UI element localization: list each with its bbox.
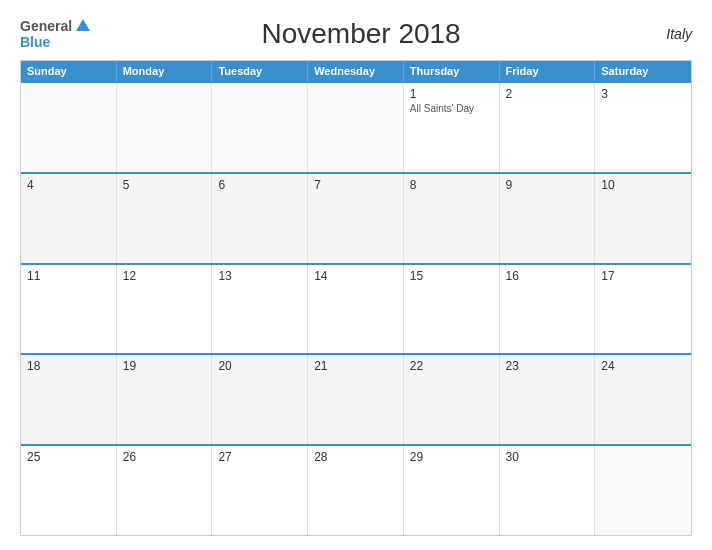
- week-row-2: 45678910: [21, 172, 691, 263]
- logo-blue-text: Blue: [20, 34, 50, 50]
- cal-cell-w1d2: 6: [212, 174, 308, 263]
- cal-cell-w3d0: 18: [21, 355, 117, 444]
- cal-cell-w2d0: 11: [21, 265, 117, 354]
- day-number: 26: [123, 450, 206, 464]
- day-number: 21: [314, 359, 397, 373]
- day-number: 4: [27, 178, 110, 192]
- cal-cell-w4d2: 27: [212, 446, 308, 535]
- cal-cell-w2d5: 16: [500, 265, 596, 354]
- logo-line1: General: [20, 18, 90, 34]
- day-number: 11: [27, 269, 110, 283]
- cal-cell-w3d4: 22: [404, 355, 500, 444]
- week-row-5: 252627282930: [21, 444, 691, 535]
- day-number: 18: [27, 359, 110, 373]
- header-day-tuesday: Tuesday: [212, 61, 308, 81]
- cal-cell-w0d4: 1All Saints' Day: [404, 83, 500, 172]
- day-number: 29: [410, 450, 493, 464]
- cal-cell-w1d0: 4: [21, 174, 117, 263]
- cal-cell-w0d3: [308, 83, 404, 172]
- week-row-4: 18192021222324: [21, 353, 691, 444]
- day-number: 20: [218, 359, 301, 373]
- header-day-sunday: Sunday: [21, 61, 117, 81]
- day-number: 10: [601, 178, 685, 192]
- calendar-header: SundayMondayTuesdayWednesdayThursdayFrid…: [21, 61, 691, 81]
- day-number: 24: [601, 359, 685, 373]
- header-day-wednesday: Wednesday: [308, 61, 404, 81]
- day-number: 22: [410, 359, 493, 373]
- day-number: 5: [123, 178, 206, 192]
- cal-cell-w4d0: 25: [21, 446, 117, 535]
- cal-cell-w3d3: 21: [308, 355, 404, 444]
- day-number: 30: [506, 450, 589, 464]
- day-number: 15: [410, 269, 493, 283]
- day-number: 19: [123, 359, 206, 373]
- cal-cell-w0d6: 3: [595, 83, 691, 172]
- cal-cell-w3d2: 20: [212, 355, 308, 444]
- day-number: 17: [601, 269, 685, 283]
- cal-cell-w3d1: 19: [117, 355, 213, 444]
- cal-cell-w0d2: [212, 83, 308, 172]
- cal-cell-w4d6: [595, 446, 691, 535]
- day-number: 12: [123, 269, 206, 283]
- cal-cell-w1d5: 9: [500, 174, 596, 263]
- logo: General Blue: [20, 18, 90, 50]
- day-event: All Saints' Day: [410, 103, 493, 114]
- cal-cell-w1d3: 7: [308, 174, 404, 263]
- calendar: SundayMondayTuesdayWednesdayThursdayFrid…: [20, 60, 692, 536]
- cal-cell-w0d1: [117, 83, 213, 172]
- calendar-body: 1All Saints' Day234567891011121314151617…: [21, 81, 691, 535]
- day-number: 13: [218, 269, 301, 283]
- day-number: 25: [27, 450, 110, 464]
- header-day-friday: Friday: [500, 61, 596, 81]
- cal-cell-w2d4: 15: [404, 265, 500, 354]
- day-number: 27: [218, 450, 301, 464]
- cal-cell-w3d5: 23: [500, 355, 596, 444]
- day-number: 14: [314, 269, 397, 283]
- day-number: 28: [314, 450, 397, 464]
- day-number: 16: [506, 269, 589, 283]
- cal-cell-w4d4: 29: [404, 446, 500, 535]
- header-day-saturday: Saturday: [595, 61, 691, 81]
- page: General Blue November 2018 Italy SundayM…: [0, 0, 712, 550]
- cal-cell-w4d5: 30: [500, 446, 596, 535]
- header: General Blue November 2018 Italy: [20, 18, 692, 50]
- header-day-monday: Monday: [117, 61, 213, 81]
- day-number: 23: [506, 359, 589, 373]
- day-number: 2: [506, 87, 589, 101]
- day-number: 9: [506, 178, 589, 192]
- cal-cell-w1d6: 10: [595, 174, 691, 263]
- cal-cell-w3d6: 24: [595, 355, 691, 444]
- day-number: 8: [410, 178, 493, 192]
- cal-cell-w1d1: 5: [117, 174, 213, 263]
- cal-cell-w0d5: 2: [500, 83, 596, 172]
- cal-cell-w4d1: 26: [117, 446, 213, 535]
- logo-triangle-icon: [76, 19, 90, 31]
- calendar-title: November 2018: [90, 18, 632, 50]
- day-number: 3: [601, 87, 685, 101]
- logo-line2: Blue: [20, 34, 50, 50]
- day-number: 6: [218, 178, 301, 192]
- day-number: 1: [410, 87, 493, 101]
- cal-cell-w2d2: 13: [212, 265, 308, 354]
- header-day-thursday: Thursday: [404, 61, 500, 81]
- logo-general-text: General: [20, 18, 72, 34]
- week-row-1: 1All Saints' Day23: [21, 81, 691, 172]
- cal-cell-w2d1: 12: [117, 265, 213, 354]
- country-label: Italy: [632, 26, 692, 42]
- day-number: 7: [314, 178, 397, 192]
- week-row-3: 11121314151617: [21, 263, 691, 354]
- cal-cell-w2d3: 14: [308, 265, 404, 354]
- cal-cell-w4d3: 28: [308, 446, 404, 535]
- cal-cell-w2d6: 17: [595, 265, 691, 354]
- cal-cell-w1d4: 8: [404, 174, 500, 263]
- cal-cell-w0d0: [21, 83, 117, 172]
